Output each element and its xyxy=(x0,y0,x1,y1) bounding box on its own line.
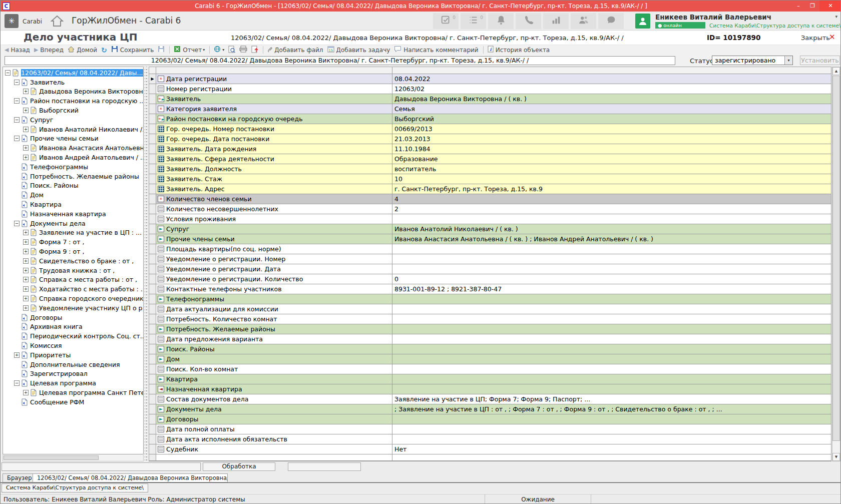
status-select[interactable]: зарегистрировано▾ xyxy=(712,56,793,65)
tab-current-case[interactable]: 12063/02/ Семья/ 08.04.2022/ Давыдова Ве… xyxy=(33,473,228,482)
field-row[interactable]: ЗаявительДавыдова Вероника Викторовна / … xyxy=(149,94,831,104)
field-row[interactable]: Уведомление о регистрации. Дата xyxy=(149,264,831,274)
tree-collapse-icon[interactable]: − xyxy=(14,117,20,123)
window-titlebar[interactable]: C Carabi 6 - ГорЖилОбмен - [12063/02/ Се… xyxy=(1,1,841,12)
field-row[interactable]: Заявитель. Адресг. Санкт-Петербург, пр-к… xyxy=(149,184,831,194)
tree-item[interactable]: +Уведомление участнику ЦП о р... xyxy=(3,303,143,313)
field-row[interactable]: Состав документов делаЗаявление на участ… xyxy=(149,394,831,404)
field-value[interactable] xyxy=(392,324,831,334)
tree-item[interactable]: Назначенная квартира xyxy=(3,209,143,219)
tree-item[interactable]: Телефонограммы xyxy=(3,162,143,172)
field-value[interactable]: 21.03.2013 xyxy=(392,134,831,144)
field-value[interactable]: 10 xyxy=(392,174,831,184)
field-value[interactable]: 11.10.1984 xyxy=(392,144,831,154)
field-row[interactable]: Дом xyxy=(149,354,831,364)
field-value[interactable] xyxy=(392,414,831,424)
tree-item[interactable]: +Давыдова Вероника Викторовн... xyxy=(3,87,143,97)
home-button[interactable]: Домой xyxy=(68,46,97,54)
tree-expand-icon[interactable]: + xyxy=(23,249,29,254)
field-value[interactable] xyxy=(392,304,831,314)
field-value[interactable] xyxy=(392,314,831,324)
back-button[interactable]: ◀Назад xyxy=(5,47,30,54)
field-row[interactable]: ▶Дата регистрации08.04.2022 xyxy=(149,74,831,84)
tree-expand-icon[interactable]: + xyxy=(23,286,29,292)
object-path-field[interactable]: 12063/02/ Семья/ 08.04.2022/ Давыдова Ве… xyxy=(5,56,675,65)
tree-item[interactable]: +Свидетельство о браке : от , xyxy=(3,256,143,266)
field-row[interactable]: Заявитель. Дата рождения11.10.1984 xyxy=(149,144,831,154)
field-row[interactable]: Потребность. Желаемые районы xyxy=(149,324,831,334)
tree-item[interactable]: +Ходатайство с места работы : ... xyxy=(3,284,143,294)
save-as-button[interactable] xyxy=(158,46,165,54)
refresh-button[interactable]: ↻ xyxy=(101,46,107,54)
phone-button[interactable] xyxy=(516,13,541,29)
tree-item[interactable]: +Целевая программа Санкт Пете... xyxy=(3,388,143,397)
field-value[interactable]: ; Заявление на участие в ЦП : от , ; Фор… xyxy=(392,404,831,414)
field-value[interactable] xyxy=(392,364,831,374)
field-value[interactable] xyxy=(392,214,831,224)
tree-expand-icon[interactable]: + xyxy=(23,277,29,282)
field-value[interactable]: воспитатель xyxy=(392,164,831,174)
scroll-up-icon[interactable]: ▲ xyxy=(832,67,840,75)
export-button[interactable] xyxy=(251,46,258,55)
tree-expand-icon[interactable]: + xyxy=(23,258,29,264)
field-value[interactable]: 8931-001-89-12 ; 8921-387-80-47 xyxy=(392,284,831,294)
stats-button[interactable] xyxy=(543,13,569,29)
field-row[interactable]: Заявитель. Стаж10 xyxy=(149,174,831,184)
tree-item[interactable]: +Приоритеты xyxy=(3,350,143,360)
tree-expand-icon[interactable]: + xyxy=(23,296,29,301)
tree-item[interactable]: +Форма 7 : от , xyxy=(3,237,143,247)
field-row[interactable]: Номер регистрации12063/02 xyxy=(149,84,831,94)
field-value[interactable]: Заявление на участие в ЦП; Форма 7; Форм… xyxy=(392,394,831,404)
field-row[interactable]: Заявитель. Сфера деятельностиОбразование xyxy=(149,154,831,164)
close-window-button[interactable]: ✕ xyxy=(819,1,841,12)
forward-button[interactable]: ▶Вперед xyxy=(34,47,64,54)
call-dropdown-icon[interactable]: ▾ xyxy=(222,48,224,52)
field-row[interactable]: Контактные телефоны участников8931-001-8… xyxy=(149,284,831,294)
tree-expand-icon[interactable]: + xyxy=(23,145,29,151)
user-menu-chevron-icon[interactable]: ▾ xyxy=(835,14,837,19)
field-value[interactable]: Выборгский xyxy=(392,114,831,124)
print-button[interactable] xyxy=(239,46,247,54)
status-dropdown-icon[interactable]: ▾ xyxy=(784,56,792,65)
field-row[interactable]: Дата полной оплаты xyxy=(149,424,831,434)
tree-item[interactable]: Договоры xyxy=(3,313,143,322)
tree-item[interactable]: +Справка городского очередник... xyxy=(3,294,143,303)
field-value[interactable] xyxy=(392,424,831,434)
field-value[interactable] xyxy=(392,384,831,394)
field-row[interactable]: Договоры xyxy=(149,414,831,424)
history-button[interactable]: iИстория объекта xyxy=(488,46,550,54)
field-row[interactable]: Документы дела; Заявление на участие в Ц… xyxy=(149,404,831,414)
tree-collapse-icon[interactable]: − xyxy=(14,80,20,85)
tree-item[interactable]: −Документы дела xyxy=(3,219,143,228)
tree-horizontal-scrollbar[interactable] xyxy=(3,455,144,461)
field-row[interactable]: Дата предложения варианта xyxy=(149,334,831,344)
tree-item[interactable]: Дополнительные сведения xyxy=(3,360,143,369)
restore-button[interactable]: ❐ xyxy=(805,1,819,12)
set-status-button[interactable]: Установить xyxy=(800,56,840,65)
scroll-down-icon[interactable]: ▼ xyxy=(832,453,840,461)
field-value[interactable]: Иванов Анатолий Николаевич / ( кв. ) xyxy=(392,224,831,234)
field-row[interactable]: Заявитель. Должностьвоспитатель xyxy=(149,164,831,174)
field-value[interactable]: 0 xyxy=(392,274,831,284)
field-value[interactable]: Иванова Анастасия Анатольевна / ( кв. ) … xyxy=(392,234,831,244)
preview-button[interactable] xyxy=(228,46,235,55)
tree-collapse-icon[interactable]: − xyxy=(14,221,20,226)
tree-item[interactable]: Периодический контроль Соц. ст... xyxy=(3,331,143,341)
report-dropdown-icon[interactable]: ▾ xyxy=(203,48,205,52)
field-value[interactable] xyxy=(392,354,831,364)
tree-expand-icon[interactable]: + xyxy=(23,268,29,273)
field-value[interactable] xyxy=(392,264,831,274)
field-row[interactable]: Потребность. Количество комнат xyxy=(149,314,831,324)
field-value[interactable]: Давыдова Вероника Викторовна / ( кв. ) xyxy=(392,94,831,104)
tree-item[interactable]: +Иванов Андрей Анатольевич / ... xyxy=(3,153,143,162)
tree-item[interactable]: Комиссия xyxy=(3,341,143,350)
call-button[interactable]: ▾ xyxy=(214,46,224,55)
field-value[interactable] xyxy=(392,334,831,344)
field-row[interactable]: Количество несовершеннолетних2 xyxy=(149,204,831,214)
tree-expand-icon[interactable]: + xyxy=(23,230,29,235)
tree-item[interactable]: Архивная книга xyxy=(3,322,143,332)
field-row[interactable]: Телефонограммы xyxy=(149,294,831,304)
tree-item[interactable]: −Прочие члены семьи xyxy=(3,134,143,144)
field-row[interactable]: Прочие члены семьиИванова Анастасия Анат… xyxy=(149,234,831,244)
field-row[interactable]: Площадь квартиры(по соц. норме) xyxy=(149,244,831,254)
